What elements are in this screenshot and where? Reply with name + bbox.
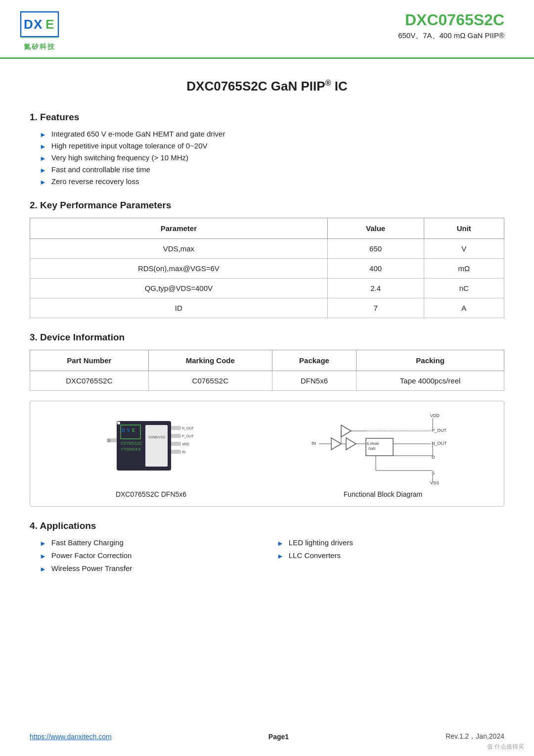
- device-info-section-title: 3. Device Information: [30, 332, 504, 343]
- cell-value-1: 650: [327, 239, 424, 259]
- table-row: ID 7 A: [30, 298, 504, 318]
- main-title: DXC0765S2C GaN PIIP® IC: [30, 79, 504, 94]
- app-text-5: LLC Converters: [289, 551, 341, 560]
- svg-text:D: D: [122, 427, 125, 433]
- arrow-icon-3: ►: [40, 154, 46, 162]
- watermark: 值 什么值得买: [487, 743, 524, 751]
- device-package: DFN5x6: [272, 371, 356, 391]
- footer-page: Page1: [268, 733, 289, 741]
- feature-text-4: Fast and controllable rise time: [51, 165, 150, 174]
- header: D X E 氮矽科技 DXC0765S2C 650V、7A、400 mΩ GaN…: [0, 0, 534, 59]
- feature-item-1: ► Integrated 650 V e-mode GaN HEMT and g…: [40, 130, 504, 139]
- svg-text:GaN: GaN: [368, 447, 375, 450]
- svg-text:D: D: [24, 17, 33, 32]
- applications-grid: ► Fast Battery Charging ► Power Factor C…: [30, 538, 504, 577]
- svg-text:N_OUT: N_OUT: [432, 441, 447, 446]
- feature-text-1: Integrated 650 V e-mode GaN HEMT and gat…: [51, 130, 225, 138]
- main-title-suffix: IC: [331, 79, 347, 94]
- app-text-4: LED lighting drivers: [289, 538, 353, 547]
- app-item-2: ► Power Factor Correction: [40, 551, 267, 560]
- cell-param-4: ID: [30, 298, 328, 318]
- key-params-table: Parameter Value Unit VDS,max 650 V RDS(o…: [30, 218, 504, 318]
- app-item-5: ► LLC Converters: [277, 551, 504, 560]
- feature-text-3: Very high switching frequency (> 10 MHz): [51, 153, 188, 162]
- block-diagram-svg: VDD IN VSS: [309, 411, 457, 485]
- cell-param-2: RDS(on),max@VGS=6V: [30, 259, 328, 279]
- device-col-marking: Marking Code: [148, 350, 272, 371]
- app-item-4: ► LED lighting drivers: [277, 538, 504, 547]
- app-text-2: Power Factor Correction: [51, 551, 132, 560]
- svg-text:VDD: VDD: [182, 442, 189, 446]
- svg-text:E: E: [132, 427, 135, 433]
- svg-text:YYWWXX: YYWWXX: [121, 447, 141, 452]
- svg-marker-32: [346, 438, 356, 450]
- svg-text:IN: IN: [182, 450, 185, 454]
- applications-col-2: ► LED lighting drivers ► LLC Converters: [267, 538, 504, 577]
- svg-text:P_OUT: P_OUT: [182, 434, 194, 438]
- device-col-part: Part Number: [30, 350, 149, 371]
- features-list: ► Integrated 650 V e-mode GaN HEMT and g…: [30, 130, 504, 186]
- feature-item-3: ► Very high switching frequency (> 10 MH…: [40, 153, 504, 162]
- app-arrow-2: ►: [40, 552, 46, 560]
- svg-rect-18: [171, 442, 181, 446]
- header-right: DXC0765S2C 650V、7A、400 mΩ GaN PIIP®: [398, 11, 504, 41]
- svg-text:E: E: [45, 17, 54, 32]
- cell-param-1: VDS,max: [30, 239, 328, 259]
- key-params-col-param: Parameter: [30, 218, 328, 239]
- table-row: DXC0765S2C C0765S2C DFN5x6 Tape 4000pcs/…: [30, 371, 504, 391]
- device-marking-code: C0765S2C: [148, 371, 272, 391]
- cell-unit-1: V: [424, 239, 504, 259]
- device-packing: Tape 4000pcs/reel: [356, 371, 504, 391]
- header-spec: 650V、7A、400 mΩ GaN PIIP®: [398, 31, 504, 41]
- app-arrow-3: ►: [40, 565, 46, 573]
- cell-unit-2: mΩ: [424, 259, 504, 279]
- svg-text:N_OUT: N_OUT: [182, 426, 194, 430]
- app-arrow-4: ►: [277, 539, 284, 547]
- functional-diagram-caption: Functional Block Diagram: [344, 490, 423, 498]
- ic-package-svg: D X E C0765S2C YYWWXX S/INB/VSS D: [82, 411, 221, 485]
- svg-rect-16: [171, 426, 181, 430]
- diagram-box: D X E C0765S2C YYWWXX S/INB/VSS D: [30, 401, 504, 507]
- arrow-icon-5: ►: [40, 178, 46, 186]
- table-row: QG,typ@VDS=400V 2.4 nC: [30, 279, 504, 298]
- feature-item-4: ► Fast and controllable rise time: [40, 165, 504, 174]
- ic-package-diagram: D X E C0765S2C YYWWXX S/INB/VSS D: [45, 411, 257, 498]
- table-row: RDS(on),max@VGS=6V 400 mΩ: [30, 259, 504, 279]
- cell-value-3: 2.4: [327, 279, 424, 298]
- device-info-table: Part Number Marking Code Package Packing…: [30, 350, 504, 391]
- svg-text:E-Mode: E-Mode: [367, 442, 379, 445]
- key-params-col-value: Value: [327, 218, 424, 239]
- svg-marker-36: [341, 425, 351, 437]
- feature-item-2: ► High repetitive input voltage toleranc…: [40, 142, 504, 150]
- svg-text:X: X: [127, 427, 131, 433]
- svg-text:VDD: VDD: [430, 413, 440, 418]
- app-text-3: Wireless Power Transfer: [51, 564, 132, 572]
- svg-text:D: D: [108, 439, 110, 442]
- feature-item-5: ► Zero reverse recovery loss: [40, 177, 504, 186]
- svg-rect-12: [145, 425, 168, 467]
- footer: https://www.danxitech.com Page1 Rev.1.2，…: [0, 732, 534, 741]
- applications-col-1: ► Fast Battery Charging ► Power Factor C…: [30, 538, 267, 577]
- footer-url[interactable]: https://www.danxitech.com: [30, 733, 112, 741]
- header-part-number: DXC0765S2C: [398, 11, 504, 29]
- table-row: VDS,max 650 V: [30, 239, 504, 259]
- device-col-packing: Packing: [356, 350, 504, 371]
- svg-text:S: S: [432, 471, 435, 475]
- app-item-3: ► Wireless Power Transfer: [40, 564, 267, 573]
- feature-text-2: High repetitive input voltage tolerance …: [51, 142, 208, 150]
- device-col-package: Package: [272, 350, 356, 371]
- svg-rect-19: [171, 450, 181, 454]
- page-wrapper: D X E 氮矽科技 DXC0765S2C 650V、7A、400 mΩ GaN…: [0, 0, 534, 756]
- app-item-1: ► Fast Battery Charging: [40, 538, 267, 547]
- features-section-title: 1. Features: [30, 112, 504, 123]
- app-text-1: Fast Battery Charging: [51, 538, 124, 547]
- app-arrow-1: ►: [40, 539, 46, 547]
- arrow-icon-1: ►: [40, 131, 46, 139]
- key-params-section-title: 2. Key Performance Parameters: [30, 200, 504, 211]
- svg-marker-31: [331, 438, 341, 450]
- main-title-sup: ®: [325, 79, 331, 87]
- svg-text:VSS: VSS: [430, 480, 439, 485]
- svg-text:C0765S2C: C0765S2C: [121, 441, 143, 446]
- cell-unit-3: nC: [424, 279, 504, 298]
- svg-text:P_OUT: P_OUT: [432, 428, 447, 433]
